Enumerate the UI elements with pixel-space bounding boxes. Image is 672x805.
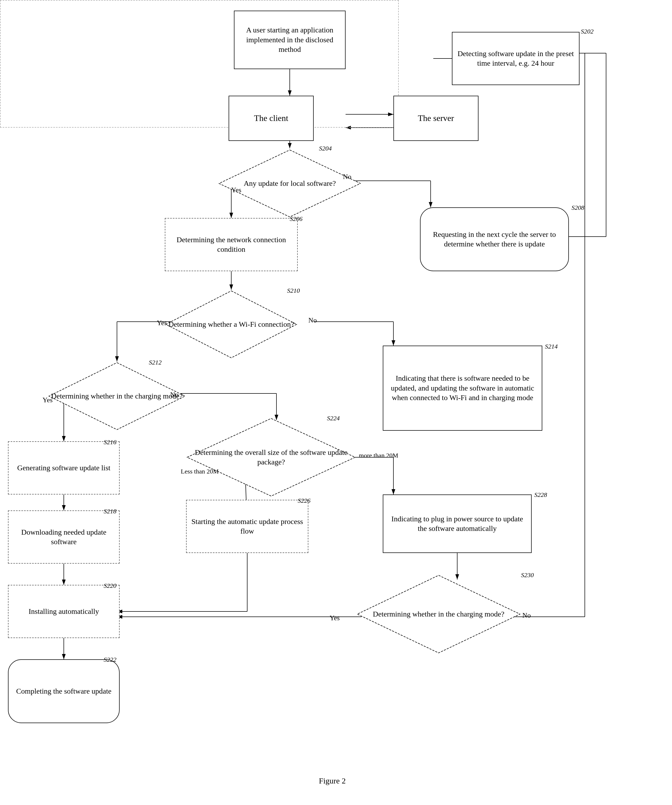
s224-label: S224 [327, 415, 340, 422]
server-text: The server [418, 113, 454, 124]
complete-text: Completing the software update [16, 687, 112, 696]
determine-network-text: Determining the network connection condi… [169, 235, 293, 255]
start-auto-text: Starting the automatic update process fl… [191, 517, 304, 536]
any-update-yes-label: Yes [231, 186, 242, 194]
indicate-wifi-node: Indicating that there is software needed… [383, 346, 542, 431]
pkg-size-text: Determining the overall size of the soft… [186, 445, 356, 470]
s206-label: S206 [290, 215, 302, 222]
s210-label: S210 [287, 287, 300, 294]
client-text: The client [254, 113, 288, 124]
charging-check1-text: Determining whether in the charging mode… [49, 389, 186, 404]
s220-label: S220 [104, 582, 117, 590]
s222-label: S222 [104, 656, 117, 663]
install-text: Installing automatically [28, 607, 99, 616]
figure-caption: Figure 2 [266, 776, 399, 785]
pkg-size-node: Determining the overall size of the soft… [186, 417, 356, 497]
determine-network-node: Determining the network connection condi… [165, 218, 298, 271]
complete-node: Completing the software update [8, 659, 120, 723]
client-node: The client [228, 96, 314, 141]
download-text: Downloading needed update software [13, 527, 115, 547]
charging-check1-node: Determining whether in the charging mode… [48, 361, 186, 431]
s202-label: S202 [581, 28, 593, 35]
s216-label: S216 [104, 439, 117, 446]
indicate-wifi-text: Indicating that there is software needed… [389, 373, 536, 402]
s208-label: S208 [572, 204, 584, 211]
start-text: A user starting an application implement… [239, 25, 341, 54]
next-cycle-text: Requesting in the next cycle the server … [425, 230, 564, 249]
next-cycle-node: Requesting in the next cycle the server … [420, 207, 569, 271]
gen-list-node: Generating software update list [8, 441, 120, 495]
s212-label: S212 [149, 359, 162, 366]
detect-node: Detecting software update in the preset … [452, 32, 580, 85]
detect-text: Detecting software update in the preset … [457, 49, 575, 68]
any-update-node: Any update for local software? [218, 149, 361, 218]
charging2-yes-label: Yes [330, 614, 340, 622]
s214-label: S214 [545, 343, 558, 350]
any-update-no-label: No [343, 173, 352, 181]
wifi-check-text: Determining whether a Wi-Fi connection? [166, 317, 297, 332]
wifi-yes-label: Yes [157, 319, 167, 327]
any-update-text: Any update for local software? [241, 176, 338, 191]
charging2-no-label: No [522, 611, 531, 619]
diagram: A user starting an application implement… [0, 0, 672, 805]
s226-label: S226 [298, 497, 311, 504]
s230-label: S230 [521, 572, 534, 579]
charging-check2-node: Determining whether in the charging mode… [356, 574, 521, 654]
wifi-no-label: No [308, 316, 317, 324]
more20m-label: more than 20M [359, 452, 398, 459]
gen-list-text: Generating software update list [17, 463, 110, 473]
server-node: The server [393, 96, 478, 141]
indicate-power-node: Indicating to plug in power source to up… [383, 495, 532, 553]
download-node: Downloading needed update software [8, 511, 120, 564]
install-node: Installing automatically [8, 585, 120, 638]
charging-check2-text: Determining whether in the charging mode… [370, 607, 507, 621]
wifi-check-node: Determining whether a Wi-Fi connection? [165, 290, 298, 359]
s218-label: S218 [104, 508, 117, 515]
start-node: A user starting an application implement… [234, 11, 345, 69]
indicate-power-text: Indicating to plug in power source to up… [388, 514, 527, 534]
start-auto-node: Starting the automatic update process fl… [186, 500, 308, 553]
s228-label: S228 [534, 491, 547, 498]
